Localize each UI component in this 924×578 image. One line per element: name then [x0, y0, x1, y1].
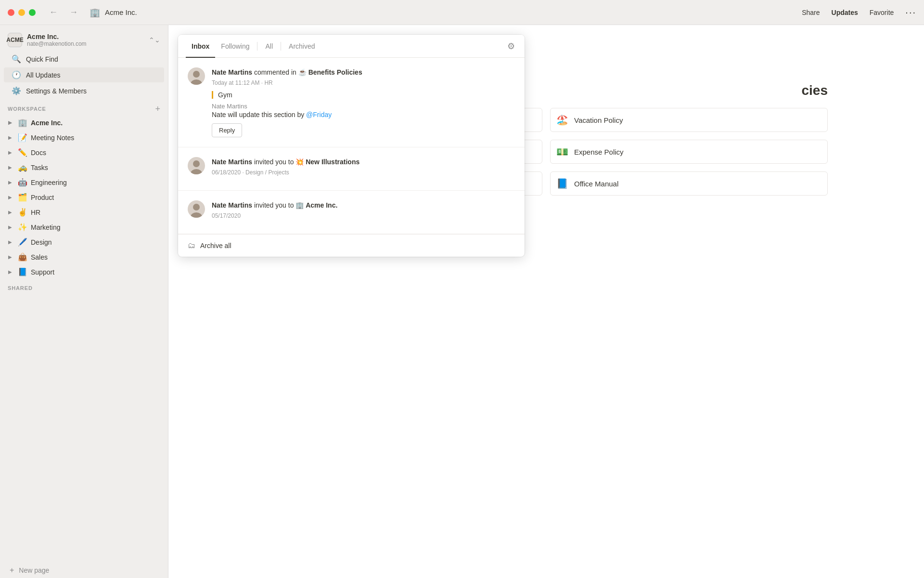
minimize-button[interactable]: [18, 9, 25, 16]
back-button[interactable]: ←: [45, 5, 62, 19]
sidebar-item-marketing[interactable]: ▶ ✨ Marketing: [2, 220, 166, 234]
notification-target: Acme Inc.: [306, 201, 337, 209]
workspace-info[interactable]: ACME Acme Inc. nate@makenotion.com: [8, 33, 87, 47]
notification-body: Nate Martins invited you to 💥 New Illust…: [212, 157, 515, 181]
tab-separator: [257, 42, 257, 51]
docs-emoji: ✏️: [17, 148, 28, 157]
workspace-section-label: WORKSPACE +: [0, 99, 168, 115]
sidebar-item-support[interactable]: ▶ 📘 Support: [2, 265, 166, 279]
expand-icon: ▶: [6, 238, 14, 247]
notification-user: Nate Martins: [212, 68, 252, 76]
shared-section-label: SHARED: [0, 279, 168, 293]
notification-headline: Nate Martins invited you to 💥 New Illust…: [212, 157, 515, 167]
new-page-button[interactable]: + New page: [2, 563, 166, 578]
notification-body: Nate Martins invited you to 🏢 Acme Inc. …: [212, 200, 515, 224]
notification-item: Nate Martins commented in ☕ Benefits Pol…: [178, 58, 525, 147]
acme-emoji: 🏢: [17, 118, 28, 127]
expand-icon: ▶: [6, 268, 14, 276]
fullscreen-button[interactable]: [29, 9, 36, 16]
notification-meta: 05/17/2020: [212, 212, 515, 219]
support-label: Support: [31, 268, 158, 276]
gear-icon: ⚙️: [12, 86, 21, 95]
notification-user: Nate Martins: [212, 158, 252, 166]
archive-all-button[interactable]: Archive all: [200, 242, 231, 250]
engineering-emoji: 🤖: [17, 178, 28, 187]
sidebar-item-settings[interactable]: ⚙️ Settings & Members: [4, 83, 164, 98]
sidebar-item-tasks[interactable]: ▶ 🚕 Tasks: [2, 160, 166, 174]
collapse-sidebar-button[interactable]: ⌃⌄: [149, 36, 160, 44]
office-emoji: 📘: [556, 178, 568, 189]
header-actions: Share Updates Favorite ···: [802, 7, 916, 18]
notification-user: Nate Martins: [212, 201, 252, 209]
comment-text: Nate will update this section by @Friday: [212, 111, 515, 118]
notification-settings-button[interactable]: ⚙: [505, 39, 517, 53]
sidebar-item-quick-find[interactable]: 🔍 Quick Find: [4, 52, 164, 66]
expand-icon: ▶: [6, 193, 14, 202]
workspace-avatar: ACME: [8, 33, 22, 47]
traffic-lights: [8, 9, 36, 16]
close-button[interactable]: [8, 9, 14, 16]
nav-buttons: ← →: [45, 5, 82, 19]
hr-emoji: ✌️: [17, 208, 28, 217]
tab-separator-2: [281, 42, 281, 51]
page-card-vacation[interactable]: 🏖️ Vacation Policy: [550, 108, 828, 132]
sidebar-item-product[interactable]: ▶ 🗂️ Product: [2, 190, 166, 204]
expense-emoji: 💵: [556, 146, 568, 158]
notification-panel: Inbox Following All Archived ⚙: [178, 35, 525, 257]
main-layout: ACME Acme Inc. nate@makenotion.com ⌃⌄ 🔍 …: [0, 25, 924, 578]
add-workspace-item-button[interactable]: +: [155, 105, 160, 113]
titlebar: ← → 🏢 Acme Inc. Share Updates Favorite ·…: [0, 0, 924, 25]
expand-icon: ▶: [6, 148, 14, 157]
sidebar-item-meeting-notes[interactable]: ▶ 📝 Meeting Notes: [2, 131, 166, 144]
tab-all[interactable]: All: [259, 35, 279, 58]
hr-label: HR: [31, 209, 158, 216]
office-label: Office Manual: [574, 180, 618, 188]
sidebar-item-hr[interactable]: ▶ ✌️ HR: [2, 205, 166, 219]
archive-icon: 🗂: [188, 241, 195, 250]
page-title: Acme Inc.: [105, 8, 137, 16]
favorite-button[interactable]: Favorite: [870, 9, 894, 16]
expand-icon: ▶: [6, 208, 14, 217]
svg-point-4: [193, 160, 200, 167]
more-button[interactable]: ···: [905, 7, 916, 18]
tasks-label: Tasks: [31, 164, 158, 171]
comment-author: Nate Martins: [212, 103, 515, 110]
tab-following[interactable]: Following: [215, 35, 255, 58]
reply-button[interactable]: Reply: [212, 123, 242, 137]
notification-item: Nate Martins invited you to 🏢 Acme Inc. …: [178, 191, 525, 234]
page-title-emoji: 🏢: [90, 7, 100, 18]
meeting-notes-label: Meeting Notes: [31, 134, 158, 142]
sidebar-item-engineering[interactable]: ▶ 🤖 Engineering: [2, 175, 166, 189]
sales-emoji: 👜: [17, 252, 28, 262]
support-emoji: 📘: [17, 267, 28, 276]
acme-label: Acme Inc.: [31, 119, 158, 127]
workspace-email: nate@makenotion.com: [27, 40, 87, 47]
sidebar-item-all-updates[interactable]: 🕐 All Updates: [4, 67, 164, 82]
vacation-emoji: 🏖️: [556, 114, 568, 126]
tab-inbox[interactable]: Inbox: [186, 35, 215, 58]
share-button[interactable]: Share: [802, 9, 820, 16]
notification-target: New Illustrations: [306, 158, 359, 166]
expand-icon: ▶: [6, 253, 14, 262]
updates-button[interactable]: Updates: [832, 9, 858, 16]
sidebar-item-design[interactable]: ▶ 🖊️ Design: [2, 235, 166, 249]
sidebar-item-acme[interactable]: ▶ 🏢 Acme Inc.: [2, 116, 166, 130]
forward-button[interactable]: →: [65, 5, 82, 19]
notification-action: invited you to 🏢: [254, 201, 306, 209]
engineering-label: Engineering: [31, 179, 158, 186]
search-icon: 🔍: [12, 54, 21, 64]
plus-icon: +: [10, 566, 14, 575]
notification-body: Nate Martins commented in ☕ Benefits Pol…: [212, 67, 515, 137]
svg-point-7: [193, 204, 200, 210]
sidebar-item-docs[interactable]: ▶ ✏️ Docs: [2, 145, 166, 159]
content-area: cies 🎯 Mission, Vision, Values 🏖️ Vacati…: [168, 25, 924, 578]
page-card-expense[interactable]: 💵 Expense Policy: [550, 140, 828, 164]
sidebar-item-sales[interactable]: ▶ 👜 Sales: [2, 250, 166, 264]
sidebar-header: ACME Acme Inc. nate@makenotion.com ⌃⌄: [0, 25, 168, 51]
notification-meta: Today at 11:12 AM · HR: [212, 79, 515, 86]
page-card-office-manual[interactable]: 📘 Office Manual: [550, 171, 828, 196]
avatar: [188, 67, 205, 85]
notification-tabs: Inbox Following All Archived ⚙: [178, 35, 525, 58]
docs-label: Docs: [31, 149, 158, 157]
tab-archived[interactable]: Archived: [283, 35, 321, 58]
